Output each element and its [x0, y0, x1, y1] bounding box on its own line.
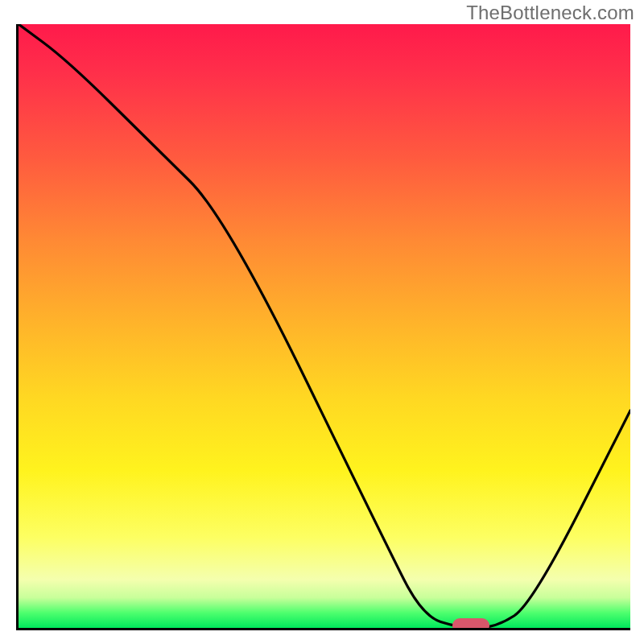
bottleneck-curve: [19, 24, 630, 628]
curve-path: [19, 24, 630, 628]
optimum-marker: [452, 618, 489, 630]
chart-container: TheBottleneck.com: [0, 0, 644, 644]
plot-area: [16, 24, 630, 630]
watermark-text: TheBottleneck.com: [466, 2, 634, 24]
